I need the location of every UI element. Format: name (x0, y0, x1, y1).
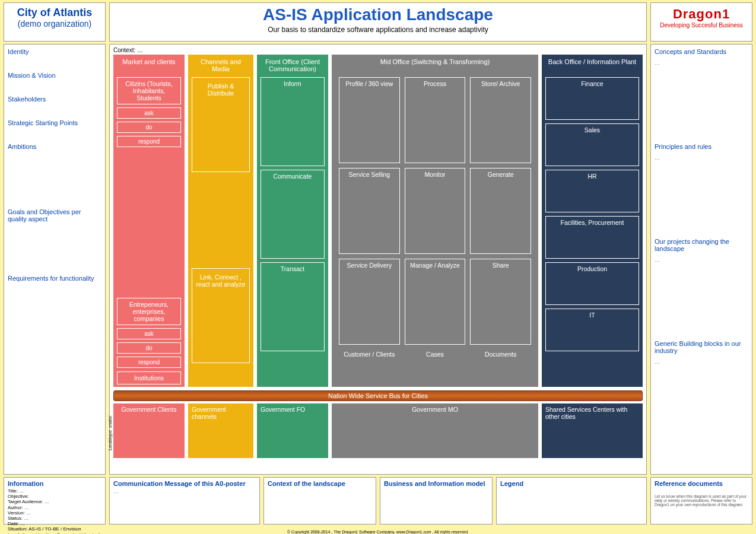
nav-item: Strategic Starting Points (8, 119, 101, 126)
bottom-row: Information Title: … Objective: Target A… (0, 476, 756, 527)
right-concepts: Concepts and Standards (655, 48, 748, 55)
market-ask: ask (117, 328, 181, 339)
org-title: City of Atlantis (7, 7, 103, 19)
channels-link: Link, Connect , react and analyze (192, 268, 250, 363)
nav-item: Requirements for functionality (8, 275, 101, 282)
context-panel: Context of the landscape (263, 477, 376, 525)
info-title: Information (8, 480, 101, 487)
main-title: AS-IS Application Landscape (112, 5, 644, 24)
front-inform: Inform (261, 77, 325, 166)
market-respond: respond (117, 357, 181, 368)
mid-grid: Profile / 360 view Process Store/ Archiv… (335, 77, 535, 345)
info-panel: Information Title: … Objective: Target A… (4, 477, 106, 525)
market-institutions: Institutions (117, 371, 181, 384)
mid-cell: Manage / Analyze (405, 259, 466, 345)
col-front-office: Front Office (Client Communication) Info… (257, 55, 328, 387)
back-item: Sales (545, 123, 639, 166)
market-do: do (117, 122, 181, 133)
right-nav: Concepts and Standards … Principles and … (650, 44, 752, 475)
channels-publish: Publish & Distribute (192, 77, 250, 172)
right-building-blocks: Generic Building blocks in our industry (655, 340, 748, 354)
service-bus: Nation Wide Service Bus for Cities (113, 390, 643, 401)
nav-item: Mission & Vision (8, 72, 101, 79)
mid-footer-label: Customer / Clients (339, 351, 400, 358)
market-do: do (117, 342, 181, 354)
org-sub: (demo organization) (7, 19, 103, 28)
market-group-citizens: Citizins (Tourists, Inhabitants, Student… (117, 77, 181, 147)
left-nav: Identity Mission & Vision Stakeholders S… (4, 44, 106, 475)
info-line: Level of consideration: Conceptual / Log… (8, 532, 101, 535)
info-line: Status: … (8, 516, 101, 521)
legend-panel: Legend (496, 477, 647, 525)
diagram-panel: Context: … Market and clients Citizins (… (109, 44, 647, 475)
col-market: Market and clients Citizins (Tourists, I… (113, 55, 185, 387)
info-line: Objective: (8, 494, 101, 499)
back-item: IT (545, 309, 639, 351)
mid-footer-label: Cases (405, 351, 466, 358)
market-respond: respond (117, 136, 181, 147)
market-ask: ask (117, 107, 181, 119)
gov-shared-services: Shared Services Centers with other citie… (542, 403, 643, 458)
mid-footer-label: Documents (470, 351, 531, 358)
brand-tagline: Developing Succesful Business (653, 22, 749, 28)
gov-channels: Government channels (188, 403, 253, 458)
front-communicate: Communicate (261, 170, 325, 259)
gov-clients: Government Clients (113, 403, 185, 458)
info-line: Version: … (8, 510, 101, 516)
reference-panel: Reference documents Let us know when thi… (650, 477, 752, 525)
top-row: City of Atlantis (demo organization) AS-… (0, 0, 756, 43)
info-line: Situation: AS-IS / TO-BE / Envision (8, 526, 101, 532)
comm-panel: Communication Message of this A0-poster … (109, 477, 260, 525)
col-title: Channels and Media (192, 58, 250, 74)
back-item: Finance (545, 77, 639, 120)
col-title: Mid Office (Switching & Transforming) (335, 58, 535, 74)
info-line: Author: … (8, 505, 101, 510)
right-principles: Principles and rules (655, 143, 748, 150)
reference-title: Reference documents (655, 480, 748, 487)
mid-footer: Customer / Clients Cases Documents (335, 348, 535, 358)
copyright: © Copyright 2008-2014 , The Dragon1 Soft… (287, 530, 469, 534)
brand-name: Dragon1 (653, 7, 749, 22)
mid-cell: Share (470, 259, 531, 345)
col-channels: Channels and Media Publish & Distribute … (188, 55, 253, 387)
title-panel: AS-IS Application Landscape Our basis to… (109, 2, 647, 42)
info-line: Date: … (8, 521, 101, 526)
back-item: Production (545, 262, 639, 305)
landscape-diagram: Market and clients Citizins (Tourists, I… (113, 55, 643, 387)
info-line: Title: … (8, 488, 101, 494)
mid-cell: Service Delivery (339, 259, 400, 345)
brand-panel: Dragon1 Developing Succesful Business (650, 2, 752, 42)
col-title: Front Office (Client Communication) (261, 58, 325, 74)
mid-cell: Process (405, 77, 466, 163)
mid-cell: Service Selling (339, 168, 400, 254)
mid-cell: Generate (470, 168, 531, 254)
mid-cell: Profile / 360 view (339, 77, 400, 163)
col-title: Market and clients (117, 58, 181, 74)
back-item: Facilities, Procurement (545, 216, 639, 259)
nav-item: Identity (8, 48, 101, 55)
legend-title: Legend (500, 480, 643, 487)
nav-item: Goals and Objectives per quality aspect (8, 208, 101, 223)
context-title: Context of the landscape (268, 480, 372, 487)
mid-cell: Store/ Archive (470, 77, 531, 163)
right-projects: Our projects changing the landscape (655, 238, 748, 252)
org-panel: City of Atlantis (demo organization) (4, 2, 106, 42)
gov-mid-office: Government MO (332, 403, 538, 458)
business-panel: Business and Information model (380, 477, 493, 525)
market-enterprises: Entrepeneurs, enterprises, companies (117, 298, 181, 325)
gov-front-office: Government FO (257, 403, 328, 458)
col-mid-office: Mid Office (Switching & Transforming) Pr… (332, 55, 538, 387)
market-citizens: Citizins (Tourists, Inhabitants, Student… (117, 77, 181, 104)
context-label: Context: … (113, 47, 643, 53)
business-title: Business and Information model (384, 480, 488, 487)
vertical-label: Landskype: onatisi (108, 416, 112, 450)
middle-row: Identity Mission & Vision Stakeholders S… (0, 43, 756, 476)
info-line: Target Audience: … (8, 499, 101, 504)
front-transact: Transact (261, 262, 325, 351)
comm-title: Communication Message of this A0-poster (113, 480, 256, 487)
nav-item: Stakeholders (8, 96, 101, 103)
col-title: Back Office / Information Plant (545, 58, 639, 74)
nav-item: Ambitions (8, 143, 101, 150)
fineprint: Let us know when this diagram is used as… (655, 494, 748, 507)
col-back-office: Back Office / Information Plant Finance … (542, 55, 643, 387)
